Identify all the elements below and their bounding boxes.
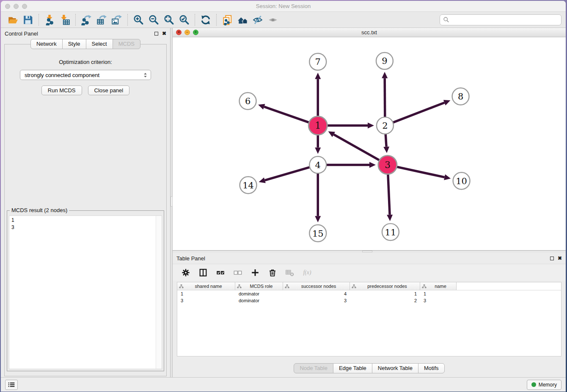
search-box[interactable]: [440, 14, 561, 25]
horizontal-splitter-handle[interactable]: [362, 251, 372, 252]
tab-select[interactable]: Select: [86, 39, 113, 49]
hide-eye-button[interactable]: [250, 13, 265, 27]
main-toolbar-icons: [5, 13, 281, 27]
svg-text:9: 9: [382, 56, 387, 66]
column-attribute-icon: [422, 284, 427, 289]
tab-mcds[interactable]: MCDS: [113, 39, 140, 49]
tab-motifs[interactable]: Motifs: [418, 363, 445, 373]
export-table-button[interactable]: [94, 13, 109, 27]
table-cell[interactable]: 2: [350, 298, 420, 303]
column-header-mcds-role[interactable]: MCDS role: [235, 282, 283, 290]
table-cell[interactable]: 1: [177, 291, 235, 296]
minimize-window-icon[interactable]: [14, 4, 19, 9]
graph-node-15[interactable]: 15: [309, 225, 326, 242]
search-icon: [443, 17, 449, 23]
zoom-window-icon[interactable]: [22, 4, 27, 9]
svg-text:15: 15: [312, 229, 324, 239]
copy-network-button[interactable]: [220, 13, 235, 27]
settings-gear-button[interactable]: [181, 268, 191, 278]
svg-text:3: 3: [385, 160, 391, 170]
delete-table-button[interactable]: [285, 268, 295, 278]
graph-edge-3-1[interactable]: [328, 131, 388, 165]
select-all-rows-button[interactable]: [215, 268, 226, 278]
close-panel-icon[interactable]: ✖: [162, 31, 166, 36]
tab-edge-table[interactable]: Edge Table: [333, 363, 372, 373]
float-panel-icon[interactable]: [154, 32, 158, 36]
table-cell[interactable]: 1: [420, 291, 457, 296]
graph-node-3[interactable]: 3: [378, 155, 397, 174]
graph-node-14[interactable]: 14: [240, 177, 257, 193]
column-header-predecessor-nodes[interactable]: predecessor nodes: [350, 282, 420, 290]
tab-node-table[interactable]: Node Table: [294, 363, 333, 373]
column-header-shared-name[interactable]: shared name: [177, 282, 235, 290]
add-column-button[interactable]: [250, 268, 260, 278]
main-area: Control Panel ✖ NetworkStyleSelectMCDS O…: [1, 28, 566, 377]
horizontal-splitter[interactable]: [173, 251, 566, 253]
mcds-result-text[interactable]: 1 3: [9, 216, 156, 369]
graph-node-8[interactable]: 8: [452, 88, 469, 105]
memory-button[interactable]: Memory: [527, 380, 561, 390]
column-header-successor-nodes[interactable]: successor nodes: [283, 282, 350, 290]
table-close-panel-icon[interactable]: ✖: [558, 256, 562, 261]
export-image-button[interactable]: [109, 13, 124, 27]
zoom-fit-button[interactable]: [161, 13, 176, 27]
zoom-out-button[interactable]: [146, 13, 161, 27]
graph-node-6[interactable]: 6: [239, 93, 256, 110]
table-cell[interactable]: 4: [283, 291, 350, 296]
mcds-result-scrollbar[interactable]: [156, 216, 162, 369]
tab-network-table[interactable]: Network Table: [372, 363, 418, 373]
zoom-selected-icon: [179, 14, 190, 25]
table-cell[interactable]: 3: [283, 298, 350, 303]
run-mcds-button[interactable]: Run MCDS: [41, 86, 82, 95]
table-cell[interactable]: 1: [350, 291, 420, 296]
graph-node-1[interactable]: 1: [308, 116, 327, 135]
close-window-icon[interactable]: [5, 4, 10, 9]
export-network-button[interactable]: [79, 13, 94, 27]
table-cell[interactable]: 3: [420, 298, 457, 303]
table-row[interactable]: 1dominator411: [177, 290, 561, 297]
deselect-all-rows-button[interactable]: [233, 268, 243, 278]
column-attribute-icon: [285, 284, 289, 289]
graph-edge-2-8[interactable]: [385, 100, 450, 126]
graph-node-4[interactable]: 4: [309, 156, 326, 173]
graph-node-11[interactable]: 11: [382, 224, 399, 240]
tab-network[interactable]: Network: [30, 39, 63, 49]
refresh-layout-button[interactable]: [198, 13, 213, 27]
column-header-label: name: [427, 284, 454, 289]
open-file-button[interactable]: [5, 13, 20, 27]
deselect-all-rows-icon: [233, 268, 242, 277]
function-builder-button[interactable]: f(x): [302, 268, 312, 278]
graph-node-9[interactable]: 9: [376, 52, 393, 69]
task-history-button[interactable]: [5, 380, 18, 390]
graph-edge-4-14[interactable]: [259, 165, 318, 183]
close-panel-button[interactable]: Close panel: [88, 86, 130, 95]
optimization-criterion-dropdown[interactable]: strongly connected component: [20, 70, 151, 80]
node-table: shared nameMCDS rolesuccessor nodesprede…: [177, 282, 561, 356]
save-session-button[interactable]: [20, 13, 36, 27]
app-window: Session: New Session Control Panel ✖ Net…: [1, 1, 566, 392]
network-canvas[interactable]: 7968124314101511: [173, 37, 566, 250]
table-row[interactable]: 3dominator323: [177, 297, 561, 304]
table-float-panel-icon[interactable]: [550, 257, 554, 260]
table-cell[interactable]: dominator: [235, 298, 283, 303]
search-input[interactable]: [451, 17, 558, 23]
zoom-selected-button[interactable]: [176, 13, 192, 27]
show-eye-button[interactable]: [265, 13, 281, 27]
graph-node-7[interactable]: 7: [309, 53, 326, 70]
import-table-button[interactable]: [57, 13, 72, 27]
graph-node-10[interactable]: 10: [453, 172, 470, 189]
network-graph[interactable]: 7968124314101511: [173, 37, 566, 250]
home-view-button[interactable]: [235, 13, 250, 27]
delete-column-button[interactable]: [267, 268, 278, 278]
toggle-columns-button[interactable]: [198, 268, 208, 278]
tab-style[interactable]: Style: [62, 39, 86, 49]
memory-label: Memory: [539, 382, 557, 388]
column-header-name[interactable]: name: [420, 282, 457, 290]
import-network-button[interactable]: [42, 13, 57, 27]
hide-eye-icon: [252, 14, 263, 25]
table-cell[interactable]: 3: [177, 298, 235, 303]
graph-node-2[interactable]: 2: [377, 117, 394, 134]
table-cell[interactable]: dominator: [235, 291, 283, 296]
memory-status-icon: [531, 382, 536, 387]
zoom-in-button[interactable]: [131, 13, 146, 27]
